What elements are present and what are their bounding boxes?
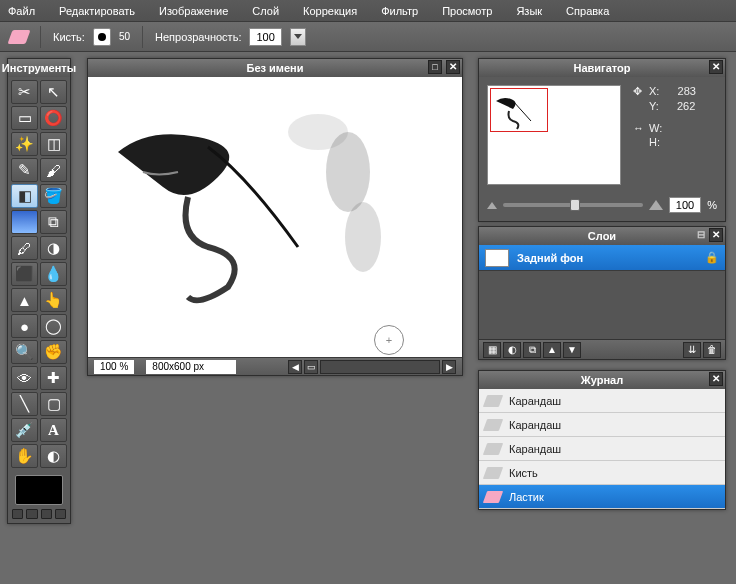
- maximize-icon[interactable]: □: [428, 60, 442, 74]
- redeye-tool[interactable]: 👁: [11, 366, 38, 390]
- move-tool[interactable]: ↖: [40, 80, 67, 104]
- history-item[interactable]: Кисть: [479, 461, 725, 485]
- extra-tool[interactable]: ◐: [40, 444, 67, 468]
- navigator-thumbnail[interactable]: [487, 85, 621, 185]
- y-value: 262: [677, 100, 695, 112]
- blur-tool[interactable]: 💧: [40, 262, 67, 286]
- toolbox-header[interactable]: Инструменты: [8, 59, 70, 77]
- size-arrow-icon: ↔: [633, 122, 643, 134]
- text-tool[interactable]: A: [40, 418, 67, 442]
- close-icon[interactable]: ✕: [709, 60, 723, 74]
- default-colors[interactable]: [26, 509, 37, 519]
- menu-adjust[interactable]: Коррекция: [303, 5, 357, 17]
- pin-icon[interactable]: ⊟: [697, 229, 705, 240]
- layer-item[interactable]: Задний фон 🔒: [479, 245, 725, 271]
- history-item[interactable]: Карандаш: [479, 413, 725, 437]
- history-item[interactable]: Карандаш: [479, 437, 725, 461]
- new-layer-icon[interactable]: ▦: [483, 342, 501, 358]
- eraser-tool[interactable]: ◧: [11, 184, 38, 208]
- sponge-tool[interactable]: ●: [11, 314, 38, 338]
- stamp-tool[interactable]: 🖊: [11, 236, 38, 260]
- menu-image[interactable]: Изображение: [159, 5, 228, 17]
- zoom-out-icon[interactable]: [487, 202, 497, 209]
- marquee-tool[interactable]: ▭: [11, 106, 38, 130]
- layers-header[interactable]: Слои ⊟ ✕: [479, 227, 725, 245]
- hand-tool[interactable]: ✋: [11, 444, 38, 468]
- foreground-color[interactable]: [15, 475, 63, 505]
- scroll-thumb[interactable]: ▭: [304, 360, 318, 374]
- zoom-in-icon[interactable]: [649, 200, 663, 210]
- canvas-area[interactable]: +: [88, 77, 462, 357]
- opacity-input[interactable]: 100: [249, 28, 281, 46]
- history-item[interactable]: Ластик: [479, 485, 725, 509]
- move-down-icon[interactable]: ▼: [563, 342, 581, 358]
- svg-point-2: [288, 114, 348, 150]
- lasso-tool[interactable]: ⭕: [40, 106, 67, 130]
- history-panel: Журнал ✕ Карандаш Карандаш Карандаш Кист…: [478, 370, 726, 510]
- scroll-left-icon[interactable]: ◀: [288, 360, 302, 374]
- menu-help[interactable]: Справка: [566, 5, 609, 17]
- scroll-right-icon[interactable]: ▶: [442, 360, 456, 374]
- eyedrop-tool[interactable]: 💉: [11, 418, 38, 442]
- pencil-icon: [483, 395, 503, 407]
- move-up-icon[interactable]: ▲: [543, 342, 561, 358]
- svg-point-1: [345, 202, 381, 272]
- menu-view[interactable]: Просмотр: [442, 5, 492, 17]
- pencil-tool[interactable]: ✎: [11, 158, 38, 182]
- clone-tool[interactable]: ⧉: [40, 210, 67, 234]
- bucket-tool[interactable]: 🪣: [40, 184, 67, 208]
- delete-layer-icon[interactable]: 🗑: [703, 342, 721, 358]
- zoom-tool[interactable]: 🔍: [11, 340, 38, 364]
- canvas-title: Без имени: [247, 62, 304, 74]
- menu-lang[interactable]: Язык: [516, 5, 542, 17]
- shape-tool[interactable]: ⬛: [11, 262, 38, 286]
- mask-icon[interactable]: ◐: [503, 342, 521, 358]
- layer-thumbnail[interactable]: [485, 249, 509, 267]
- merge-icon[interactable]: ⇊: [683, 342, 701, 358]
- close-icon[interactable]: ✕: [446, 60, 460, 74]
- menu-edit[interactable]: Редактировать: [59, 5, 135, 17]
- navigator-panel: Навигатор ✕ ✥X: 283 Y: 262 ↔W: H: 100 %: [478, 58, 726, 222]
- navigator-header[interactable]: Навигатор ✕: [479, 59, 725, 77]
- replace-tool[interactable]: ◑: [40, 236, 67, 260]
- tool-grid: ✂ ↖ ▭ ⭕ ✨ ◫ ✎ 🖌 ◧ 🪣 ⧉ 🖊 ◑ ⬛ 💧 ▲ 👆 ● ◯ 🔍 …: [8, 77, 70, 471]
- dodge-tool[interactable]: ◯: [40, 314, 67, 338]
- scrollbar-track[interactable]: [320, 360, 440, 374]
- wand-tool[interactable]: ✨: [11, 132, 38, 156]
- coord-arrow-icon: ✥: [633, 85, 643, 98]
- dimensions-readout: 800x600 px: [146, 360, 236, 374]
- zoom-readout[interactable]: 100 %: [94, 360, 134, 374]
- menu-layer[interactable]: Слой: [252, 5, 279, 17]
- canvas-window: Без имени □ ✕ + 100 % 800x600 px ◀ ▭ ▶: [87, 58, 463, 376]
- burn-tool[interactable]: ✊: [40, 340, 67, 364]
- layer-name: Задний фон: [517, 252, 583, 264]
- heal-tool[interactable]: ✚: [40, 366, 67, 390]
- swap-colors[interactable]: [12, 509, 23, 519]
- brush-preview[interactable]: [93, 28, 111, 46]
- menu-filter[interactable]: Фильтр: [381, 5, 418, 17]
- canvas-header[interactable]: Без имени □ ✕: [88, 59, 462, 77]
- history-header[interactable]: Журнал ✕: [479, 371, 725, 389]
- sharpen-tool[interactable]: ▲: [11, 288, 38, 312]
- toolbox-title: Инструменты: [2, 62, 76, 74]
- brush-tool[interactable]: 🖌: [40, 158, 67, 182]
- swatch-extra[interactable]: [41, 509, 52, 519]
- opacity-dropdown[interactable]: [290, 28, 306, 46]
- select-tool[interactable]: ◫: [40, 132, 67, 156]
- lock-icon[interactable]: 🔒: [705, 251, 719, 264]
- smudge-tool[interactable]: 👆: [40, 288, 67, 312]
- layers-footer: ▦ ◐ ⧉ ▲ ▼ ⇊ 🗑: [479, 339, 725, 359]
- gradient-tool[interactable]: [11, 210, 38, 234]
- zoom-slider-knob[interactable]: [570, 199, 580, 211]
- rect-tool[interactable]: ▢: [40, 392, 67, 416]
- duplicate-icon[interactable]: ⧉: [523, 342, 541, 358]
- menu-file[interactable]: Файл: [8, 5, 35, 17]
- swatch-extra2[interactable]: [55, 509, 66, 519]
- close-icon[interactable]: ✕: [709, 228, 723, 242]
- zoom-slider[interactable]: [503, 203, 643, 207]
- crop-tool[interactable]: ✂: [11, 80, 38, 104]
- zoom-input[interactable]: 100: [669, 197, 701, 213]
- close-icon[interactable]: ✕: [709, 372, 723, 386]
- line-tool[interactable]: ╲: [11, 392, 38, 416]
- history-item[interactable]: Карандаш: [479, 389, 725, 413]
